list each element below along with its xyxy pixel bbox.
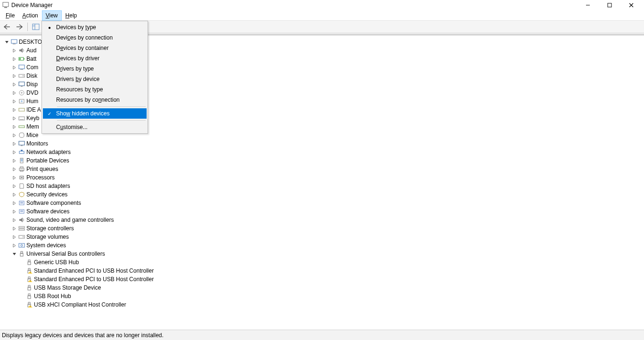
- view-menu-item[interactable]: Devices by connection: [43, 32, 147, 43]
- tree-category-node[interactable]: Software devices: [4, 207, 640, 216]
- computer-icon: [18, 64, 25, 71]
- chevron-right-icon[interactable]: [11, 107, 17, 113]
- svg-rect-66: [28, 302, 30, 304]
- chevron-right-icon[interactable]: [11, 234, 17, 240]
- maximize-button[interactable]: [599, 0, 620, 10]
- menu-help[interactable]: Help: [62, 10, 81, 21]
- chevron-right-icon[interactable]: [11, 48, 17, 53]
- chevron-right-icon[interactable]: [11, 98, 17, 104]
- chevron-down-icon[interactable]: [4, 39, 9, 45]
- chevron-right-icon[interactable]: [11, 166, 17, 172]
- chevron-right-icon[interactable]: [11, 81, 17, 87]
- tree-category-node[interactable]: Network adapters: [4, 148, 640, 156]
- view-menu-item[interactable]: Devices by driver: [43, 53, 147, 64]
- chevron-right-icon[interactable]: [11, 217, 17, 223]
- svg-rect-55: [28, 262, 31, 265]
- chevron-right-icon[interactable]: [11, 73, 17, 79]
- hid-icon: [18, 98, 25, 105]
- view-menu-show-hidden[interactable]: ✓Show hidden devices: [43, 108, 147, 119]
- svg-rect-39: [21, 177, 23, 178]
- close-button[interactable]: [620, 0, 642, 10]
- chevron-right-icon[interactable]: [11, 124, 17, 130]
- network-icon: [18, 149, 25, 155]
- view-menu-item[interactable]: Drivers by type: [43, 64, 147, 74]
- tree-node-label: Processors: [26, 173, 55, 182]
- chevron-right-icon[interactable]: [11, 183, 17, 189]
- tree-node-label: Standard Enhanced PCI to USB Host Contro…: [34, 275, 154, 283]
- portable-icon: [18, 157, 25, 164]
- monitor-icon: [18, 140, 25, 147]
- tree-node-label: Generic USB Hub: [34, 258, 79, 267]
- svg-rect-29: [19, 141, 25, 145]
- view-menu-item[interactable]: Devices by container: [43, 43, 147, 53]
- svg-rect-36: [20, 167, 23, 168]
- view-menu-customise[interactable]: Customise...: [43, 122, 147, 132]
- tree-category-node[interactable]: Security devices: [4, 190, 640, 199]
- menu-item-label: Resources by type: [56, 86, 147, 93]
- chevron-right-icon[interactable]: [11, 200, 17, 206]
- svg-rect-59: [28, 277, 30, 279]
- chevron-right-icon[interactable]: [11, 192, 17, 197]
- tree-category-node[interactable]: Storage controllers: [4, 224, 640, 233]
- tree-category-node[interactable]: System devices: [4, 241, 640, 250]
- tree-category-node[interactable]: Sound, video and game controllers: [4, 216, 640, 224]
- minimize-button[interactable]: [577, 0, 599, 10]
- chevron-right-icon[interactable]: [11, 132, 17, 138]
- menu-item-label: Customise...: [56, 124, 147, 130]
- nav-back-button[interactable]: [2, 22, 12, 32]
- tree-device-node[interactable]: !Standard Enhanced PCI to USB Host Contr…: [4, 267, 640, 275]
- chevron-right-icon[interactable]: [11, 141, 17, 146]
- chevron-right-icon[interactable]: [11, 175, 17, 180]
- view-menu-item[interactable]: Resources by connection: [43, 95, 147, 105]
- menu-file[interactable]: File: [2, 10, 18, 21]
- svg-rect-6: [33, 24, 39, 30]
- tree-node-label: Storage controllers: [26, 224, 74, 233]
- svg-point-18: [23, 75, 24, 76]
- tree-category-node[interactable]: Monitors: [4, 139, 640, 148]
- chevron-down-icon[interactable]: [11, 251, 17, 257]
- tree-device-node[interactable]: USB Mass Storage Device: [4, 283, 640, 292]
- chevron-right-icon[interactable]: [11, 158, 17, 163]
- tree-category-node[interactable]: Software components: [4, 199, 640, 207]
- chevron-right-icon[interactable]: [11, 226, 17, 231]
- usb-warning-icon: !: [25, 267, 33, 274]
- storage-icon: [18, 225, 25, 232]
- tree-device-node[interactable]: !USB xHCI Compliant Host Controller: [4, 300, 640, 309]
- menu-view[interactable]: View: [42, 10, 62, 21]
- titlebar: Device Manager: [0, 0, 644, 10]
- tree-node-label: USB Mass Storage Device: [34, 283, 101, 292]
- menu-action[interactable]: Action: [18, 10, 41, 21]
- nav-forward-button[interactable]: [14, 22, 25, 32]
- menu-item-label: Devices by type: [56, 24, 147, 31]
- svg-rect-53: [20, 253, 23, 256]
- tree-node-label: Mem: [26, 122, 39, 131]
- tree-node-label: Software devices: [26, 207, 69, 216]
- tree-category-node[interactable]: Portable Devices: [4, 156, 640, 165]
- svg-rect-50: [19, 243, 25, 247]
- tree-device-node[interactable]: !Standard Enhanced PCI to USB Host Contr…: [4, 275, 640, 283]
- svg-rect-62: [28, 285, 30, 287]
- tree-node-label: Batt: [26, 55, 36, 63]
- tree-category-node[interactable]: Storage volumes: [4, 233, 640, 241]
- view-menu-item[interactable]: Drivers by device: [43, 74, 147, 84]
- chevron-right-icon[interactable]: [11, 243, 17, 248]
- svg-rect-41: [20, 202, 23, 202]
- chevron-right-icon[interactable]: [11, 209, 17, 214]
- tree-category-usb[interactable]: Universal Serial Bus controllers: [4, 250, 640, 258]
- view-menu-item[interactable]: Resources by type: [43, 84, 147, 95]
- tree-device-node[interactable]: Generic USB Hub: [4, 258, 640, 267]
- chevron-right-icon[interactable]: [11, 149, 17, 155]
- tree-category-node[interactable]: Processors: [4, 173, 640, 182]
- view-menu-item[interactable]: ●Devices by type: [43, 22, 147, 32]
- audio-icon: [18, 47, 25, 54]
- chevron-right-icon[interactable]: [11, 56, 17, 62]
- chevron-right-icon[interactable]: [11, 90, 17, 96]
- tree-category-node[interactable]: SD host adapters: [4, 182, 640, 190]
- chevron-right-icon[interactable]: [11, 65, 17, 70]
- show-hide-tree-button[interactable]: [31, 22, 41, 32]
- chevron-right-icon[interactable]: [11, 115, 17, 121]
- menu-item-label: Devices by driver: [56, 55, 147, 62]
- tree-node-label: Disp: [26, 80, 38, 89]
- tree-device-node[interactable]: USB Root Hub: [4, 292, 640, 300]
- tree-category-node[interactable]: Print queues: [4, 165, 640, 173]
